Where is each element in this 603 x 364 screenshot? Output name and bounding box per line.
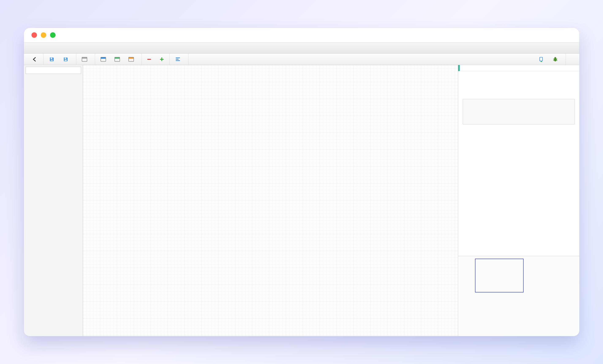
zoom-in-icon: + (160, 55, 164, 63)
flow-canvas-wrap (83, 65, 458, 336)
svg-line-13 (556, 60, 557, 61)
window-zoom-dot[interactable] (50, 32, 56, 38)
zoom-in-button[interactable]: + (158, 54, 166, 65)
const-settings-icon (128, 57, 134, 62)
save-button[interactable] (61, 55, 73, 63)
io-settings-button[interactable] (98, 56, 110, 63)
back-button[interactable] (30, 55, 40, 64)
svg-rect-7 (540, 57, 542, 61)
version-list-icon (82, 57, 87, 62)
svg-point-9 (554, 57, 556, 59)
svg-line-12 (553, 60, 554, 61)
position-adjust-button[interactable] (173, 55, 185, 63)
save-icon (63, 57, 69, 62)
io-settings-icon (101, 57, 106, 62)
debug-button[interactable] (550, 55, 562, 63)
bug-icon (553, 57, 558, 62)
svg-rect-3 (64, 59, 67, 61)
var-settings-icon (115, 57, 120, 62)
window-minimize-dot[interactable] (41, 32, 46, 38)
flow-canvas[interactable] (83, 65, 458, 336)
svg-rect-6 (176, 60, 180, 61)
zoom-out-button[interactable]: − (145, 54, 153, 65)
properties-header (458, 65, 579, 71)
page-title-bar (24, 42, 579, 54)
const-settings-button[interactable] (126, 56, 138, 63)
properties-panel (458, 65, 579, 336)
design-export-button[interactable] (536, 55, 548, 63)
window-close-dot[interactable] (32, 32, 37, 38)
app-window: − + (24, 28, 579, 336)
palette-panel (24, 65, 83, 336)
minimap[interactable] (458, 256, 579, 336)
svg-rect-0 (50, 58, 52, 59)
var-settings-button[interactable] (112, 56, 124, 63)
minimap-viewport[interactable] (475, 259, 523, 292)
toolbar: − + (24, 54, 579, 65)
svg-rect-4 (176, 57, 180, 58)
palette-search-wrap (24, 65, 83, 76)
palette-search-input[interactable] (25, 67, 81, 74)
svg-rect-2 (64, 58, 66, 59)
help-button[interactable] (569, 58, 573, 61)
svg-rect-1 (50, 59, 53, 61)
version-list-button[interactable] (80, 56, 92, 63)
zoom-out-icon: − (147, 55, 151, 63)
temp-save-icon (49, 57, 55, 62)
align-icon (175, 57, 181, 62)
flow-remark-textarea[interactable] (463, 99, 575, 124)
window-titlebar (24, 28, 579, 42)
export-icon (539, 57, 544, 62)
temp-save-button[interactable] (47, 55, 59, 63)
svg-rect-5 (176, 59, 178, 59)
